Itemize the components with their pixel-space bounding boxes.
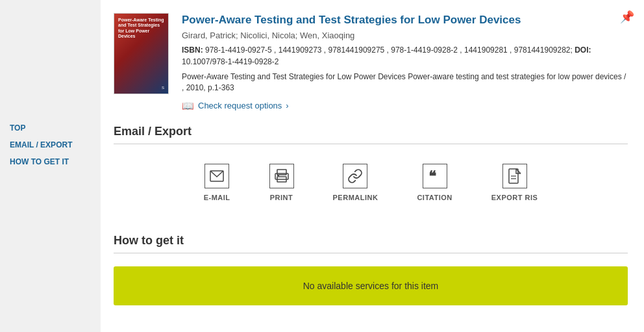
citation-icon: ❝ <box>423 164 447 188</box>
sidebar-link-how-to-get-it[interactable]: HOW TO GET IT <box>10 157 91 166</box>
isbn-values: 978-1-4419-0927-5 , 1441909273 , 9781441… <box>205 45 573 55</box>
citation-export-item[interactable]: ❝ CITATION <box>417 164 452 201</box>
check-request-label: Check request options <box>198 101 282 110</box>
permalink-icon <box>343 164 367 188</box>
citation-label: CITATION <box>417 194 452 201</box>
email-export-title: Email / Export <box>114 125 628 144</box>
export-icons-row: E-MAIL PRINT <box>114 157 628 214</box>
email-export-section: Email / Export E-MAIL <box>114 125 628 214</box>
print-label: PRINT <box>270 194 293 201</box>
book-authors: Girard, Patrick; Nicolici, Nicola; Wen, … <box>182 31 628 40</box>
isbn-label: ISBN: <box>182 45 203 55</box>
export-ris-item[interactable]: EXPORT RIS <box>491 164 538 201</box>
pin-icon[interactable]: 📌 <box>620 10 634 24</box>
sidebar-link-top[interactable]: TOP <box>10 123 91 133</box>
book-isbn: ISBN: 978-1-4419-0927-5 , 1441909273 , 9… <box>182 44 628 68</box>
doi-label: DOI: <box>575 45 591 55</box>
doi-value: 10.1007/978-1-4419-0928-2 <box>182 57 279 66</box>
sidebar: TOP EMAIL / EXPORT HOW TO GET IT <box>0 0 101 332</box>
how-to-get-title: How to get it <box>114 234 628 253</box>
email-icon <box>204 164 229 188</box>
sidebar-link-email-export[interactable]: EMAIL / EXPORT <box>10 140 91 149</box>
email-label: E-MAIL <box>204 194 230 201</box>
svg-rect-1 <box>277 170 286 175</box>
sidebar-navigation: TOP EMAIL / EXPORT HOW TO GET IT <box>10 123 91 166</box>
email-export-item[interactable]: E-MAIL <box>204 164 230 201</box>
export-ris-label: EXPORT RIS <box>491 194 538 201</box>
permalink-export-item[interactable]: PERMALINK <box>333 164 378 201</box>
book-title: Power-Aware Testing and Test Strategies … <box>182 13 628 27</box>
print-export-item[interactable]: PRINT <box>269 164 294 201</box>
how-to-get-section: How to get it No available services for … <box>114 234 628 305</box>
export-ris-icon <box>502 164 527 188</box>
print-icon <box>269 164 294 188</box>
svg-rect-4 <box>277 175 279 176</box>
book-info: Power-Aware Testing and Test Strategies … <box>182 13 628 112</box>
chevron-right-icon: › <box>286 101 288 110</box>
main-content: 📌 Power-Aware Testing and Test Strategie… <box>101 0 644 332</box>
book-cover-image: Power-Aware Testing and Test Strategies … <box>114 13 169 94</box>
permalink-label: PERMALINK <box>333 194 378 201</box>
check-request-link[interactable]: 📖 Check request options › <box>182 100 628 112</box>
svg-text:❝: ❝ <box>428 168 436 184</box>
no-services-message: No available services for this item <box>114 266 628 305</box>
book-description: Power-Aware Testing and Test Strategies … <box>182 71 628 94</box>
book-section: Power-Aware Testing and Test Strategies … <box>114 13 628 112</box>
book-icon: 📖 <box>182 100 194 112</box>
